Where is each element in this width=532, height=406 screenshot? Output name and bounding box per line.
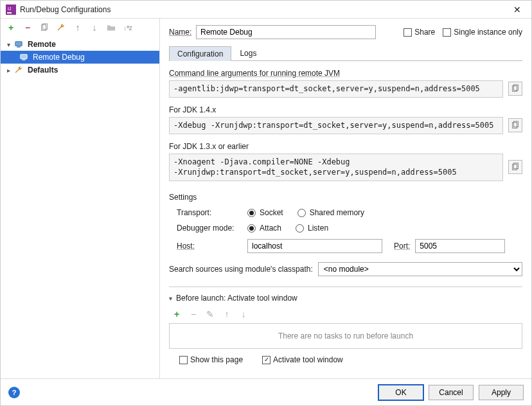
name-row: Name: Share Single instance only	[169, 25, 522, 39]
before-launch-empty: There are no tasks to run before launch	[169, 323, 522, 349]
single-instance-label: Single instance only	[454, 28, 522, 37]
host-label: Host:	[177, 242, 247, 251]
copy-cmdline-button[interactable]	[508, 82, 522, 96]
tab-bar: Configuration Logs	[169, 46, 522, 61]
transport-group: Socket Shared memory	[247, 208, 522, 217]
activate-tool-window-checkbox[interactable]: ✓ Activate tool window	[262, 355, 343, 364]
cancel-button[interactable]: Cancel	[429, 385, 474, 400]
tree-node-remote-debug[interactable]: Remote Debug	[1, 51, 159, 64]
remote-icon	[13, 39, 24, 49]
copy-jdk14-button[interactable]	[508, 118, 522, 132]
module-label: Search sources using module's classpath:	[169, 265, 313, 274]
ok-button[interactable]: OK	[378, 385, 423, 400]
sidebar-toolbar: + − ↑ ↓ ↓ªz	[1, 19, 159, 37]
debugger-mode-label: Debugger mode:	[177, 224, 247, 233]
svg-rect-6	[17, 47, 20, 48]
chevron-down-icon: ▾	[169, 295, 172, 302]
share-checkbox[interactable]: Share	[403, 28, 435, 37]
cmdline-label: Command line arguments for running remot…	[169, 69, 522, 78]
edit-task-icon[interactable]: ✎	[205, 309, 215, 319]
show-this-page-label: Show this page	[190, 355, 243, 364]
titlebar: IJ Run/Debug Configurations ✕	[1, 1, 531, 19]
app-icon: IJ	[6, 4, 16, 15]
add-task-icon[interactable]: +	[172, 309, 182, 319]
move-task-up-icon[interactable]: ↑	[222, 309, 232, 319]
chevron-right-icon: ▸	[4, 67, 12, 74]
chevron-down-icon: ▾	[4, 41, 12, 48]
transport-label: Transport:	[177, 208, 247, 217]
checkbox-box	[179, 356, 188, 364]
window-title: Run/Debug Configurations	[20, 5, 508, 14]
folder-icon[interactable]	[106, 22, 116, 33]
host-input[interactable]	[247, 239, 382, 253]
debugger-listen-radio[interactable]: Listen	[296, 224, 328, 233]
svg-text:IJ: IJ	[8, 6, 11, 11]
defaults-wrench-icon	[13, 65, 24, 75]
help-icon[interactable]: ?	[8, 387, 20, 398]
main-panel: Name: Share Single instance only Configu…	[160, 19, 531, 378]
checkbox-box: ✓	[262, 356, 270, 364]
transport-shared-radio[interactable]: Shared memory	[297, 208, 364, 217]
name-input[interactable]	[196, 25, 376, 39]
apply-button[interactable]: Apply	[479, 385, 524, 400]
settings-grid: Transport: Socket Shared memory Debugger…	[177, 208, 522, 253]
remove-config-icon[interactable]: −	[22, 22, 33, 33]
activate-tool-window-label: Activate tool window	[273, 355, 343, 364]
port-label: Port:	[394, 242, 410, 251]
name-label: Name:	[169, 28, 196, 37]
settings-title: Settings	[169, 193, 522, 202]
module-select[interactable]: <no module>	[318, 262, 522, 276]
module-row: Search sources using module's classpath:…	[169, 262, 522, 276]
close-icon[interactable]: ✕	[508, 1, 526, 19]
svg-rect-5	[15, 42, 22, 46]
debugger-attach-radio[interactable]: Attach	[247, 224, 281, 233]
config-tree: ▾ Remote Remote Debug ▸ Defaults	[1, 37, 159, 378]
separator	[169, 287, 522, 287]
jdk14-label: For JDK 1.4.x	[169, 105, 522, 114]
tree-node-label: Defaults	[25, 66, 58, 75]
move-task-down-icon[interactable]: ↓	[238, 309, 249, 319]
svg-rect-7	[21, 55, 28, 59]
jdk14-value[interactable]: -Xdebug -Xrunjdwp:transport=dt_socket,se…	[169, 117, 503, 134]
show-this-page-checkbox[interactable]: Show this page	[179, 355, 243, 364]
jdk13-label: For JDK 1.3.x or earlier	[169, 142, 522, 151]
tab-configuration[interactable]: Configuration	[169, 46, 231, 61]
settings-wrench-icon[interactable]	[56, 22, 66, 33]
share-label: Share	[414, 28, 435, 37]
remote-icon	[19, 52, 29, 62]
tree-node-defaults[interactable]: ▸ Defaults	[1, 64, 159, 76]
tree-node-label: Remote	[25, 40, 56, 49]
remove-task-icon[interactable]: −	[188, 309, 199, 319]
before-launch-header[interactable]: ▾ Before launch: Activate tool window	[169, 294, 522, 303]
svg-rect-1	[7, 12, 12, 13]
jdk13-value[interactable]: -Xnoagent -Djava.compiler=NONE -Xdebug -…	[169, 154, 503, 182]
move-down-icon[interactable]: ↓	[89, 22, 100, 33]
tree-node-remote[interactable]: ▾ Remote	[1, 38, 159, 51]
svg-rect-8	[22, 60, 25, 60]
copy-config-icon[interactable]	[39, 22, 49, 33]
checkbox-box	[443, 28, 451, 37]
add-config-icon[interactable]: +	[6, 22, 16, 33]
tree-node-label: Remote Debug	[30, 53, 85, 62]
copy-jdk13-button[interactable]	[508, 160, 522, 174]
host-port-row: Port:	[247, 239, 522, 253]
port-input[interactable]	[415, 239, 505, 253]
dialog-footer: ? OK Cancel Apply	[1, 378, 531, 405]
before-launch-title: Before launch: Activate tool window	[176, 294, 297, 303]
cmdline-value[interactable]: -agentlib:jdwp=transport=dt_socket,serve…	[169, 80, 503, 98]
move-up-icon[interactable]: ↑	[73, 22, 83, 33]
checkbox-box	[403, 28, 412, 37]
single-instance-checkbox[interactable]: Single instance only	[443, 28, 522, 37]
debugger-mode-group: Attach Listen	[247, 224, 522, 233]
before-launch-toolbar: + − ✎ ↑ ↓	[172, 309, 522, 319]
sidebar: + − ↑ ↓ ↓ªz ▾ Remote Remote Debug ▸ Defa…	[1, 19, 160, 378]
tab-logs[interactable]: Logs	[231, 46, 265, 60]
transport-socket-radio[interactable]: Socket	[247, 208, 283, 217]
sort-az-icon[interactable]: ↓ªz	[123, 22, 133, 33]
bottom-checks: Show this page ✓ Activate tool window	[172, 355, 522, 364]
